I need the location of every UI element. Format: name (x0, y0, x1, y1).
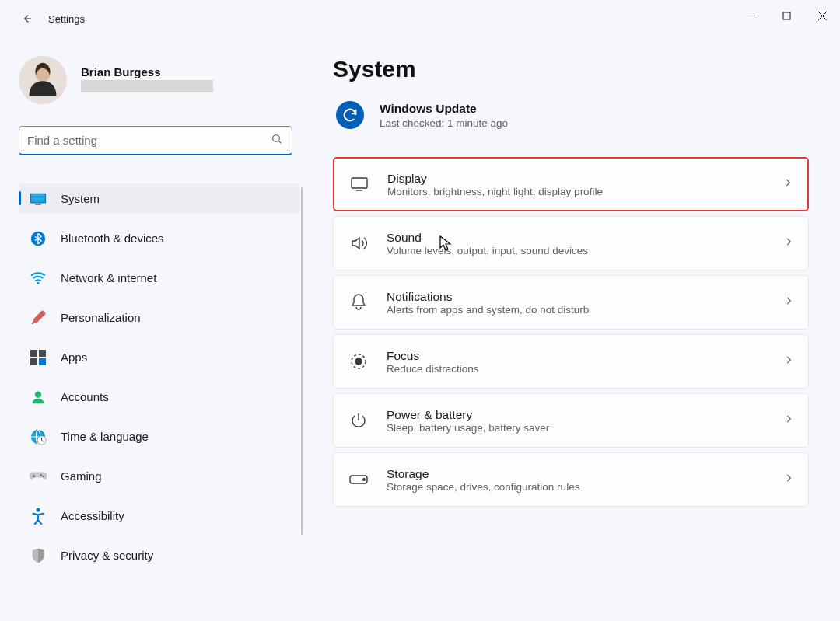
chevron-right-icon (783, 354, 794, 368)
chevron-right-icon (782, 177, 793, 191)
svg-rect-11 (39, 358, 46, 365)
search-input[interactable] (19, 126, 292, 155)
network-icon (30, 270, 47, 287)
svg-rect-8 (30, 350, 37, 357)
svg-rect-4 (31, 194, 44, 202)
sidebar-item-label: Privacy & security (61, 549, 153, 562)
sidebar-nav: System Bluetooth & devices Network & int… (19, 183, 299, 570)
sidebar-item-apps[interactable]: Apps (19, 342, 300, 372)
card-subtitle: Alerts from apps and system, do not dist… (387, 304, 783, 316)
gaming-icon (30, 468, 47, 485)
sidebar-item-gaming[interactable]: Gaming (19, 461, 300, 491)
back-button[interactable] (11, 3, 42, 34)
card-subtitle: Monitors, brightness, night light, displ… (387, 186, 782, 197)
sidebar-item-label: Accessibility (61, 509, 124, 522)
sidebar-item-system[interactable]: System (19, 183, 300, 214)
storage-icon (348, 474, 369, 485)
card-sound[interactable]: Sound Volume levels, output, input, soun… (333, 216, 809, 270)
focus-icon (348, 352, 369, 371)
display-icon (348, 176, 370, 192)
notifications-icon (348, 293, 369, 312)
profile-block[interactable]: Brian Burgess (19, 56, 299, 104)
sidebar-item-label: Time & language (61, 430, 149, 443)
sidebar-item-label: System (61, 192, 100, 205)
avatar (19, 56, 67, 104)
svg-point-16 (42, 475, 44, 476)
back-arrow-icon (19, 12, 33, 26)
update-subtitle: Last checked: 1 minute ago (380, 117, 508, 129)
card-storage[interactable]: Storage Storage space, drives, configura… (333, 452, 809, 507)
sidebar-item-label: Network & internet (61, 271, 156, 284)
sidebar-item-accessibility[interactable]: Accessibility (19, 501, 300, 531)
card-title: Power & battery (387, 408, 783, 422)
card-power-battery[interactable]: Power & battery Sleep, battery usage, ba… (333, 393, 809, 448)
search-icon (271, 133, 283, 148)
svg-point-22 (363, 479, 365, 480)
svg-rect-9 (39, 350, 46, 357)
personalization-icon (30, 309, 47, 326)
card-title: Sound (387, 231, 783, 245)
chevron-right-icon (783, 413, 794, 427)
profile-name: Brian Burgess (81, 65, 213, 78)
page-title: System (333, 56, 815, 82)
sidebar-item-privacy[interactable]: Privacy & security (19, 540, 300, 570)
sidebar-item-label: Apps (61, 351, 87, 364)
card-subtitle: Reduce distractions (387, 363, 783, 375)
card-title: Display (387, 172, 782, 186)
svg-point-7 (37, 281, 40, 284)
window-controls (733, 0, 840, 31)
card-notifications[interactable]: Notifications Alerts from apps and syste… (333, 275, 809, 330)
card-title: Notifications (387, 290, 783, 304)
svg-point-17 (37, 508, 40, 511)
close-button[interactable] (804, 0, 840, 31)
maximize-button[interactable] (768, 0, 804, 31)
sidebar-item-label: Personalization (61, 311, 141, 324)
svg-rect-0 (783, 12, 790, 19)
privacy-icon (30, 547, 47, 564)
sidebar-item-personalization[interactable]: Personalization (19, 302, 300, 333)
sidebar-item-time-language[interactable]: Time & language (19, 421, 300, 452)
sound-icon (348, 235, 369, 252)
bluetooth-icon (30, 230, 47, 247)
sidebar-item-label: Accounts (61, 390, 109, 403)
chevron-right-icon (783, 236, 794, 250)
accessibility-icon (30, 508, 47, 525)
minimize-button[interactable] (733, 0, 768, 31)
window-title: Settings (48, 13, 85, 25)
titlebar: Settings (0, 0, 840, 37)
sidebar-item-label: Bluetooth & devices (61, 232, 164, 245)
accounts-icon (30, 389, 47, 406)
update-icon (336, 101, 364, 129)
chevron-right-icon (783, 295, 794, 309)
sidebar-item-label: Gaming (61, 469, 102, 483)
sidebar-item-accounts[interactable]: Accounts (19, 382, 300, 412)
svg-rect-18 (352, 178, 367, 188)
system-icon (30, 190, 47, 208)
windows-update-row[interactable]: Windows Update Last checked: 1 minute ag… (333, 101, 815, 129)
apps-icon (30, 349, 47, 366)
chevron-right-icon (783, 473, 794, 487)
update-title: Windows Update (380, 102, 508, 116)
svg-point-12 (35, 391, 41, 397)
card-subtitle: Storage space, drives, configuration rul… (387, 481, 783, 493)
card-subtitle: Sleep, battery usage, battery saver (387, 422, 783, 434)
svg-rect-5 (35, 204, 40, 204)
svg-point-2 (273, 135, 280, 142)
card-subtitle: Volume levels, output, input, sound devi… (387, 245, 783, 256)
card-display[interactable]: Display Monitors, brightness, night ligh… (333, 157, 809, 211)
svg-rect-10 (30, 358, 37, 365)
time-language-icon (30, 428, 47, 445)
sidebar-item-bluetooth[interactable]: Bluetooth & devices (19, 223, 300, 253)
svg-point-20 (355, 358, 362, 365)
card-focus[interactable]: Focus Reduce distractions (333, 334, 809, 389)
card-title: Focus (387, 349, 783, 363)
sidebar-scrollbar[interactable] (301, 187, 303, 535)
card-title: Storage (387, 467, 783, 481)
sidebar-item-network[interactable]: Network & internet (19, 263, 300, 293)
power-icon (348, 411, 369, 430)
svg-point-15 (40, 474, 42, 476)
profile-email-redacted (81, 80, 213, 92)
